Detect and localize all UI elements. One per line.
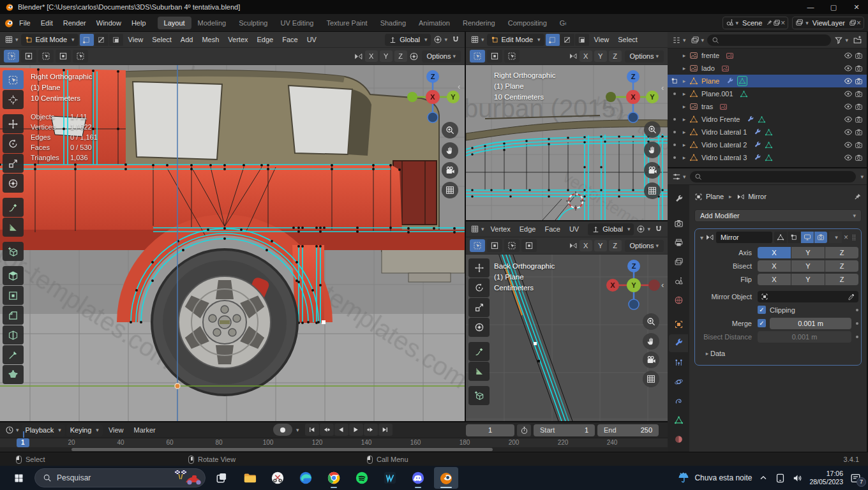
select-extend-button[interactable] xyxy=(487,239,502,252)
snap-magnet-icon[interactable] xyxy=(653,225,664,234)
pan-view-icon[interactable] xyxy=(644,142,661,158)
editor-type-icon[interactable]: ▾ xyxy=(671,36,687,45)
maximize-button[interactable]: ▢ xyxy=(822,0,845,14)
menu-mesh[interactable]: Mesh xyxy=(198,36,223,43)
menu-view[interactable]: View xyxy=(590,36,613,43)
editor-type-icon[interactable]: ▾ xyxy=(4,426,20,434)
taskbar-clock[interactable]: 17:06 28/05/2023 xyxy=(809,470,843,486)
hide-eye-icon[interactable] xyxy=(844,128,853,137)
keying-menu[interactable]: Keying▾ xyxy=(66,424,103,436)
tab-sculpting[interactable]: Sculpting xyxy=(232,17,274,29)
mirror-x-button[interactable]: X xyxy=(365,50,378,62)
tool-rotate[interactable] xyxy=(3,134,24,153)
snap-magnet-icon[interactable] xyxy=(450,35,461,44)
outliner-item-plane001[interactable]: ▸ Plane.001 xyxy=(668,87,867,100)
axis-y-button[interactable]: Y xyxy=(791,247,825,258)
playback-menu[interactable]: Playback▾ xyxy=(22,424,65,436)
tab-object[interactable] xyxy=(669,315,688,333)
view-menu[interactable]: View xyxy=(104,426,128,434)
sidebar-toggle-icon[interactable]: ‹ xyxy=(661,280,664,290)
flip-x-button[interactable]: X xyxy=(758,274,791,285)
collapse-icon[interactable]: ▾ xyxy=(700,234,703,241)
select-invert-button[interactable] xyxy=(521,239,537,252)
toggle-cage-icon[interactable] xyxy=(788,232,800,243)
blender-menu-icon[interactable] xyxy=(4,18,14,28)
start-button[interactable] xyxy=(6,467,31,489)
animate-dot[interactable] xyxy=(856,336,858,338)
flip-z-button[interactable]: Z xyxy=(825,274,858,285)
tool-inset-faces[interactable] xyxy=(3,286,24,305)
close-button[interactable]: ✕ xyxy=(845,0,868,14)
spotify-icon[interactable] xyxy=(350,467,374,489)
task-view-button[interactable] xyxy=(209,467,234,489)
pivot-dropdown-icon[interactable]: ▾ xyxy=(635,225,652,234)
minimize-button[interactable]: — xyxy=(799,0,822,14)
menu-vertex[interactable]: Vertex xyxy=(224,36,251,43)
active-vertex[interactable] xyxy=(534,342,537,345)
outliner-item-plane[interactable]: ▸ Plane xyxy=(668,75,867,87)
menu-file[interactable]: File xyxy=(14,19,36,27)
menu-edge[interactable]: Edge xyxy=(253,36,278,43)
render-visibility-icon[interactable] xyxy=(855,52,863,60)
jump-to-start-button[interactable] xyxy=(305,424,319,436)
pin-icon[interactable] xyxy=(853,193,862,201)
tool-select-box[interactable] xyxy=(3,70,24,89)
tool-bevel[interactable] xyxy=(3,306,24,325)
edge-icon[interactable] xyxy=(294,467,318,489)
tab-layout[interactable]: Layout xyxy=(158,17,191,29)
expand-icon[interactable]: ▸ xyxy=(681,154,687,161)
snipping-tool-icon[interactable] xyxy=(266,467,290,489)
tool-add-cube[interactable] xyxy=(3,242,24,261)
render-visibility-icon[interactable] xyxy=(855,64,863,73)
expand-icon[interactable]: ▸ xyxy=(681,103,687,110)
tool-scale[interactable] xyxy=(3,154,24,173)
select-new-button[interactable] xyxy=(4,50,19,63)
timeline-scrollbar[interactable] xyxy=(0,447,668,452)
outliner-item-lado[interactable]: ▸ lado xyxy=(668,62,867,75)
tab-uv-editing[interactable]: UV Editing xyxy=(274,17,320,29)
mode-dropdown[interactable]: Edit Mode▾ xyxy=(487,34,544,46)
select-extend-button[interactable] xyxy=(21,50,36,63)
hide-eye-icon[interactable] xyxy=(844,89,853,98)
tab-view-layer[interactable] xyxy=(669,253,688,271)
tool-annotate[interactable] xyxy=(468,342,490,361)
tool-move[interactable] xyxy=(3,114,24,133)
editor-type-icon[interactable]: ▾ xyxy=(3,35,20,44)
expand-icon[interactable]: ▸ xyxy=(681,116,687,122)
select-intersect-button[interactable] xyxy=(73,50,88,63)
vertex-select-button[interactable] xyxy=(546,34,560,46)
pivot-dropdown-icon[interactable]: ▾ xyxy=(432,35,449,44)
unlink-scene-icon[interactable]: × xyxy=(781,19,785,27)
new-collection-icon[interactable] xyxy=(851,35,864,45)
active-vertex[interactable] xyxy=(322,320,326,324)
animate-dot[interactable] xyxy=(856,309,858,311)
mirror-z-button[interactable]: Z xyxy=(394,50,407,62)
render-visibility-icon[interactable] xyxy=(855,77,863,85)
tray-device-icon[interactable] xyxy=(775,473,786,484)
render-visibility-icon[interactable] xyxy=(855,103,863,111)
expand-icon[interactable]: ▸ xyxy=(681,78,687,84)
modifier-wrench-icon[interactable] xyxy=(753,154,761,162)
modifier-wrench-icon[interactable] xyxy=(753,141,761,149)
mirror-y-button[interactable]: Y xyxy=(594,50,607,62)
drag-handle-icon[interactable] xyxy=(850,234,858,241)
tab-material[interactable] xyxy=(669,430,688,448)
add-modifier-button[interactable]: Add Modifier▾ xyxy=(694,209,862,222)
orientation-dropdown[interactable]: Global▾ xyxy=(588,223,634,235)
tab-modeling[interactable]: Modeling xyxy=(191,17,233,29)
eyedropper-icon[interactable] xyxy=(848,293,855,301)
render-visibility-icon[interactable] xyxy=(855,90,863,98)
taskbar-search[interactable]: Pesquisar xyxy=(34,468,206,487)
render-visibility-icon[interactable] xyxy=(855,115,863,124)
hide-eye-icon[interactable] xyxy=(844,77,853,85)
select-invert-button[interactable] xyxy=(56,50,71,63)
filter-icon[interactable]: ▾ xyxy=(833,36,849,45)
expand-icon[interactable]: ▸ xyxy=(681,65,687,71)
bisect-y-button[interactable]: Y xyxy=(791,260,825,272)
delete-modifier-icon[interactable]: × xyxy=(844,233,848,242)
end-frame-field[interactable]: End250 xyxy=(597,424,659,436)
chrome-icon[interactable] xyxy=(322,467,346,489)
new-scene-icon[interactable] xyxy=(773,19,781,27)
remove-viewlayer-icon[interactable]: × xyxy=(857,19,861,27)
pin-icon[interactable] xyxy=(766,19,773,26)
